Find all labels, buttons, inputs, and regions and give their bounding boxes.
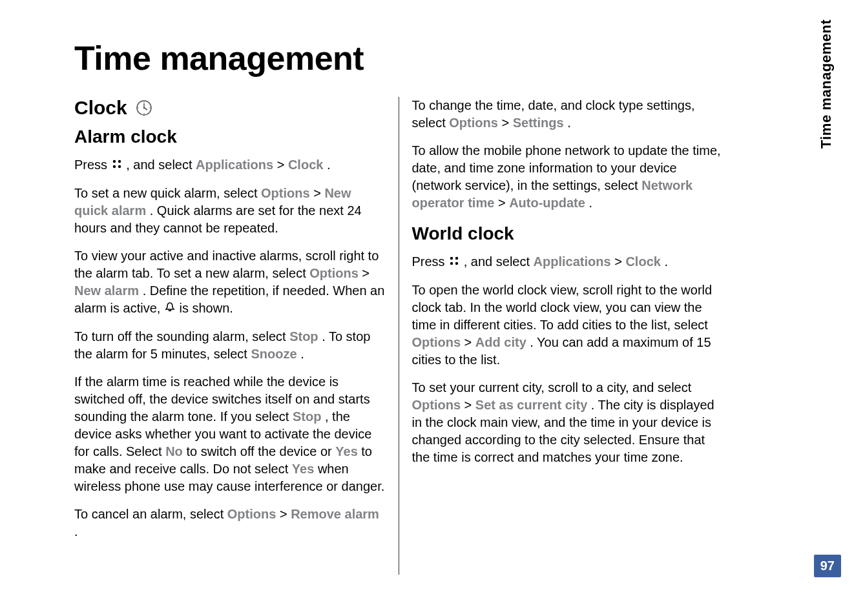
paragraph: To view your active and inactive alarms,… xyxy=(74,247,386,318)
ui-term-new-alarm: New alarm xyxy=(74,283,139,298)
separator: > xyxy=(280,507,291,521)
ui-term-add-city: Add city xyxy=(475,335,526,349)
paragraph: Press , and select Applications > Clock … xyxy=(74,156,386,174)
text: To set a new quick alarm, select xyxy=(74,186,261,200)
ui-term-clock: Clock xyxy=(625,254,660,269)
menu-key-icon xyxy=(448,254,460,271)
ui-term-remove-alarm: Remove alarm xyxy=(291,507,379,521)
text: Press xyxy=(412,254,449,269)
two-column-layout: Clock Alarm clock Press xyxy=(74,97,724,575)
menu-key-icon xyxy=(111,157,123,174)
svg-point-15 xyxy=(455,262,458,265)
ui-term-options: Options xyxy=(449,116,498,130)
text: is shown. xyxy=(180,301,233,315)
svg-line-3 xyxy=(144,108,147,110)
ui-term-yes: Yes xyxy=(335,444,357,458)
ui-term-options: Options xyxy=(227,507,276,521)
paragraph: To set your current city, scroll to a ci… xyxy=(412,379,724,466)
ui-term-snooze: Snooze xyxy=(251,347,297,361)
side-tab-label: Time management xyxy=(818,19,835,149)
ui-term-stop: Stop xyxy=(293,409,321,424)
ui-term-applications: Applications xyxy=(196,158,273,172)
alarm-active-icon xyxy=(164,300,176,318)
clock-icon xyxy=(135,99,153,117)
svg-point-14 xyxy=(450,262,453,265)
section-title-label: Clock xyxy=(74,97,127,119)
text: . xyxy=(327,158,331,172)
ui-term-options: Options xyxy=(412,335,461,349)
text: to switch off the device or xyxy=(186,444,335,458)
svg-point-11 xyxy=(118,165,120,168)
ui-term-applications: Applications xyxy=(534,254,611,269)
separator: > xyxy=(464,398,475,412)
ui-term-no: No xyxy=(165,444,183,458)
paragraph: To open the world clock view, scroll rig… xyxy=(412,282,724,369)
subsection-title-world-clock: World clock xyxy=(412,223,724,244)
svg-point-5 xyxy=(149,107,151,108)
separator: > xyxy=(362,266,370,280)
svg-point-4 xyxy=(143,101,145,103)
ui-term-settings: Settings xyxy=(513,116,564,130)
svg-point-9 xyxy=(118,160,120,163)
ui-term-yes: Yes xyxy=(292,462,314,476)
text: To set your current city, scroll to a ci… xyxy=(412,380,692,395)
paragraph: If the alarm time is reached while the d… xyxy=(74,373,386,495)
text: To cancel an alarm, select xyxy=(74,507,227,521)
separator: > xyxy=(464,335,475,349)
ui-term-options: Options xyxy=(309,266,359,280)
text: . xyxy=(74,524,78,539)
text: . xyxy=(588,196,592,210)
paragraph: To change the time, date, and clock type… xyxy=(412,97,724,132)
ui-term-auto-update: Auto-update xyxy=(509,196,585,210)
text: To turn off the sounding alarm, select xyxy=(74,329,289,344)
ui-term-set-as-current-city: Set as current city xyxy=(475,398,587,412)
separator: > xyxy=(498,196,509,210)
separator: > xyxy=(277,158,288,172)
manual-page: Time management Clock xyxy=(0,0,762,575)
separator: > xyxy=(614,254,625,269)
paragraph: To allow the mobile phone network to upd… xyxy=(412,142,724,212)
separator: > xyxy=(501,116,512,130)
ui-term-options: Options xyxy=(261,186,310,200)
ui-term-stop: Stop xyxy=(289,329,318,344)
ui-term-clock: Clock xyxy=(288,158,323,172)
page-number: 97 xyxy=(814,555,841,577)
svg-point-10 xyxy=(112,165,115,168)
text: , and select xyxy=(464,254,534,269)
text: . xyxy=(664,254,668,269)
text: . xyxy=(567,116,571,130)
text: To open the world clock view, scroll rig… xyxy=(412,283,713,332)
chapter-title: Time management xyxy=(74,39,724,77)
text: , and select xyxy=(126,158,196,172)
paragraph: To cancel an alarm, select Options > Rem… xyxy=(74,506,386,540)
svg-point-8 xyxy=(112,160,115,163)
subsection-title-alarm-clock: Alarm clock xyxy=(74,127,386,147)
separator: > xyxy=(313,186,324,200)
svg-point-7 xyxy=(138,107,139,108)
svg-point-12 xyxy=(450,257,453,260)
text: Press xyxy=(74,158,111,172)
paragraph: Press , and select Applications > Clock … xyxy=(412,253,724,271)
paragraph: To set a new quick alarm, select Options… xyxy=(74,185,386,237)
svg-point-13 xyxy=(455,257,458,260)
ui-term-options: Options xyxy=(412,398,461,412)
section-title-clock: Clock xyxy=(74,97,386,119)
svg-point-6 xyxy=(143,113,145,114)
text: . xyxy=(300,347,304,361)
paragraph: To turn off the sounding alarm, select S… xyxy=(74,328,386,363)
